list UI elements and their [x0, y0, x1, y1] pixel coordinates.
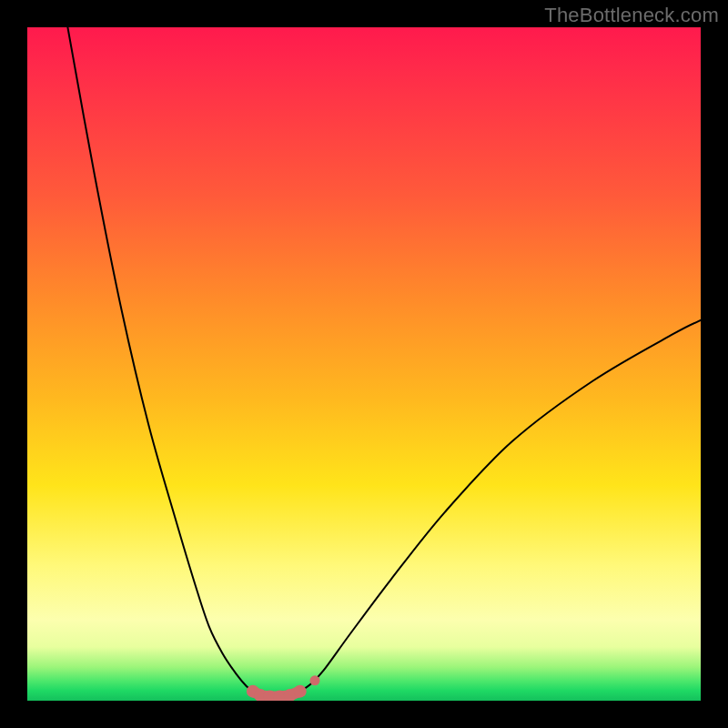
chart-svg-overlay [27, 27, 701, 701]
right-start-marker [309, 675, 319, 685]
svg-point-0 [247, 685, 259, 698]
watermark-text: TheBottleneck.com [544, 4, 719, 27]
chart-frame: TheBottleneck.com [0, 0, 728, 728]
svg-point-6 [309, 675, 319, 685]
valley-markers [247, 685, 307, 701]
svg-point-1 [254, 689, 267, 701]
svg-point-3 [274, 691, 287, 701]
svg-point-5 [294, 685, 307, 698]
svg-point-4 [284, 689, 297, 701]
bottleneck-curve [67, 27, 701, 692]
svg-point-2 [263, 691, 276, 701]
chart-plot-area [27, 27, 701, 701]
